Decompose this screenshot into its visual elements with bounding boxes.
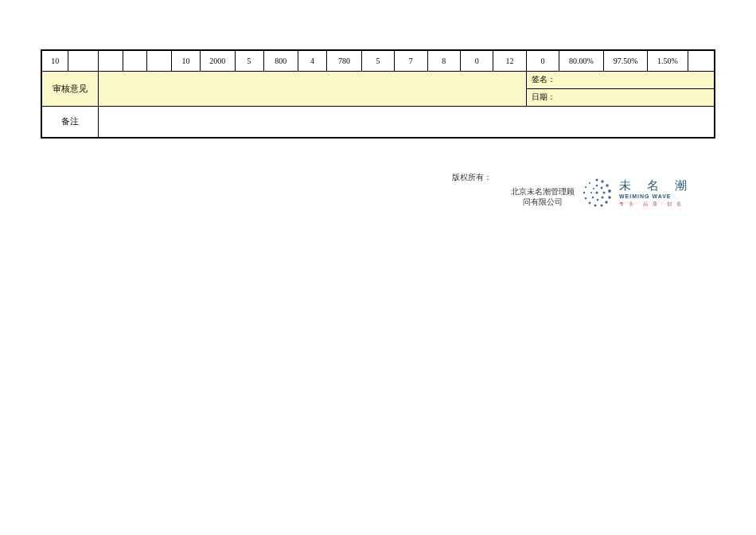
cell-10: 780	[327, 50, 362, 71]
svg-point-20	[593, 188, 594, 189]
cell-1	[68, 50, 99, 71]
cell-6: 2000	[200, 50, 235, 71]
svg-point-1	[601, 180, 603, 182]
svg-point-17	[597, 199, 599, 201]
svg-point-6	[600, 204, 602, 206]
cell-16: 0	[526, 50, 559, 71]
sign-cell: 签名：	[526, 71, 715, 88]
cell-12: 7	[395, 50, 427, 71]
svg-point-5	[605, 201, 607, 203]
svg-point-14	[601, 187, 603, 189]
cell-19: 1.50%	[648, 50, 688, 71]
logo-sub: 专 业 · 品 质 · 创 造	[619, 201, 683, 208]
svg-point-8	[589, 202, 591, 205]
review-row-1: 审核意见 签名：	[41, 71, 715, 88]
svg-point-13	[596, 185, 598, 187]
wave-swirl-icon	[581, 177, 613, 209]
cell-5: 10	[171, 50, 200, 71]
cell-18: 97.50%	[603, 50, 648, 71]
cell-0: 10	[41, 50, 68, 71]
cell-2	[99, 50, 123, 71]
cell-7: 5	[235, 50, 263, 71]
svg-point-7	[594, 205, 597, 207]
copyright-label: 版权所有：	[452, 172, 492, 183]
main-table: 10 10 2000 5 800 4 780 5 7 8 0 12 0 80.0…	[41, 49, 715, 139]
cell-14: 0	[460, 50, 493, 71]
svg-point-0	[595, 178, 598, 181]
svg-point-2	[606, 184, 609, 187]
cell-13: 8	[427, 50, 460, 71]
notes-label-cell: 备注	[41, 106, 99, 138]
logo-en: WEIMING WAVE	[619, 193, 672, 199]
cell-9: 4	[298, 50, 327, 71]
svg-point-16	[602, 197, 604, 199]
logo: 未 名 潮 WEIMING WAVE 专 业 · 品 质 · 创 造	[581, 177, 693, 209]
date-cell: 日期：	[526, 88, 715, 106]
cell-3	[123, 50, 147, 71]
company-name: 北京未名潮管理顾问有限公司	[509, 186, 576, 207]
svg-point-12	[589, 182, 590, 184]
cell-15: 12	[493, 50, 526, 71]
svg-point-18	[592, 197, 594, 198]
review-content-cell	[99, 71, 526, 106]
logo-cn: 未 名 潮	[619, 178, 693, 193]
svg-point-21	[595, 191, 598, 193]
notes-row: 备注	[41, 106, 715, 138]
svg-point-3	[608, 189, 611, 193]
svg-point-9	[585, 197, 587, 200]
data-row: 10 10 2000 5 800 4 780 5 7 8 0 12 0 80.0…	[41, 50, 715, 71]
cell-11: 5	[361, 50, 394, 71]
svg-point-10	[583, 192, 585, 193]
logo-text: 未 名 潮 WEIMING WAVE 专 业 · 品 质 · 创 造	[619, 178, 693, 208]
notes-content-cell	[99, 106, 715, 138]
cell-20	[688, 50, 715, 71]
cell-17: 80.00%	[559, 50, 604, 71]
svg-point-11	[585, 186, 586, 188]
cell-4	[147, 50, 172, 71]
review-label-cell: 审核意见	[41, 71, 99, 106]
svg-point-19	[590, 192, 592, 193]
cell-8: 800	[263, 50, 298, 71]
svg-point-15	[603, 192, 606, 194]
svg-point-4	[608, 196, 611, 199]
